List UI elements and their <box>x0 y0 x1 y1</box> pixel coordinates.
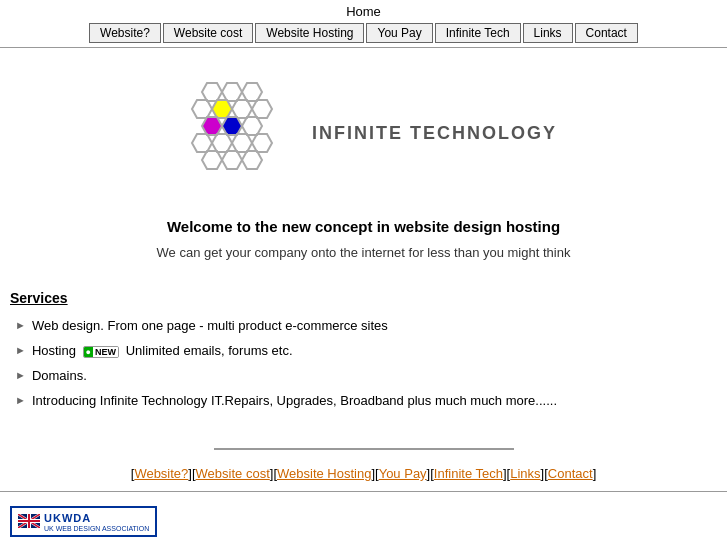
logo-container: INFINITE TECHNOLOGY <box>170 78 557 188</box>
svg-marker-3 <box>192 100 212 118</box>
svg-marker-10 <box>192 134 212 152</box>
svg-marker-12 <box>232 134 252 152</box>
ukwda-area: UKWDA UK WEB DESIGN ASSOCIATION <box>0 500 727 543</box>
bullet-3: ► <box>15 369 26 381</box>
new-badge-green-part: ● <box>84 347 93 357</box>
services-heading: Services <box>10 290 707 306</box>
service-item-3: ► Domains. <box>10 368 707 383</box>
services-section: Services ► Web design. From one page - m… <box>0 280 727 438</box>
bullet-2: ► <box>15 344 26 356</box>
bottom-link-youpay[interactable]: You Pay <box>379 466 427 481</box>
service-text-1: Web design. From one page - multi produc… <box>32 318 388 333</box>
service-text-4: Introducing Infinite Technology IT.Repai… <box>32 393 557 408</box>
ukwda-text-block: UKWDA UK WEB DESIGN ASSOCIATION <box>44 510 149 533</box>
bottom-links: [Website?][Website cost][Website Hosting… <box>0 462 727 491</box>
ukwda-badge[interactable]: UKWDA UK WEB DESIGN ASSOCIATION <box>10 506 157 537</box>
bottom-link-infinitetech[interactable]: Infinite Tech <box>434 466 503 481</box>
svg-marker-15 <box>222 151 242 169</box>
nav-infinite-tech[interactable]: Infinite Tech <box>435 23 521 43</box>
nav-website-cost[interactable]: Website cost <box>163 23 253 43</box>
nav-links[interactable]: Links <box>523 23 573 43</box>
nav-contact[interactable]: Contact <box>575 23 638 43</box>
svg-marker-4 <box>212 100 232 118</box>
svg-marker-16 <box>242 151 262 169</box>
service-text-2: Hosting ●NEW Unlimited emails, forums et… <box>32 343 293 358</box>
bottom-link-cost[interactable]: Website cost <box>196 466 270 481</box>
hex-logo-graphic <box>170 78 300 188</box>
logo-area: INFINITE TECHNOLOGY <box>0 48 727 208</box>
ukwda-label: UKWDA <box>44 512 91 524</box>
service-item-2: ► Hosting ●NEW Unlimited emails, forums … <box>10 343 707 358</box>
new-badge-text-part: NEW <box>93 347 118 357</box>
bottom-link-hosting[interactable]: Website Hosting <box>277 466 371 481</box>
svg-marker-2 <box>242 83 262 101</box>
service-item-1: ► Web design. From one page - multi prod… <box>10 318 707 333</box>
welcome-title: Welcome to the new concept in website de… <box>60 218 667 235</box>
svg-marker-5 <box>232 100 252 118</box>
bottom-link-website[interactable]: Website? <box>134 466 188 481</box>
svg-marker-8 <box>222 117 242 135</box>
bullet-1: ► <box>15 319 26 331</box>
svg-marker-1 <box>222 83 242 101</box>
logo-text: INFINITE TECHNOLOGY <box>312 123 557 144</box>
service-text-3: Domains. <box>32 368 87 383</box>
uk-flag-icon <box>18 514 40 528</box>
welcome-section: Welcome to the new concept in website de… <box>0 208 727 280</box>
nav-you-pay[interactable]: You Pay <box>366 23 432 43</box>
svg-rect-25 <box>18 520 40 522</box>
divider <box>214 448 514 450</box>
bottom-link-contact[interactable]: Contact <box>548 466 593 481</box>
home-label: Home <box>0 0 727 21</box>
ukwda-sublabel: UK WEB DESIGN ASSOCIATION <box>44 525 149 533</box>
new-badge: ●NEW <box>83 346 119 358</box>
svg-marker-6 <box>252 100 272 118</box>
bullet-4: ► <box>15 394 26 406</box>
svg-marker-9 <box>242 117 262 135</box>
service-item-4: ► Introducing Infinite Technology IT.Rep… <box>10 393 707 408</box>
svg-marker-0 <box>202 83 222 101</box>
nav-bar: Website? Website cost Website Hosting Yo… <box>0 21 727 48</box>
svg-marker-11 <box>212 134 232 152</box>
svg-marker-13 <box>252 134 272 152</box>
bottom-link-links[interactable]: Links <box>510 466 540 481</box>
svg-marker-14 <box>202 151 222 169</box>
nav-website[interactable]: Website? <box>89 23 161 43</box>
nav-website-hosting[interactable]: Website Hosting <box>255 23 364 43</box>
svg-marker-7 <box>202 117 222 135</box>
bottom-border <box>0 491 727 492</box>
welcome-subtitle: We can get your company onto the interne… <box>60 245 667 260</box>
